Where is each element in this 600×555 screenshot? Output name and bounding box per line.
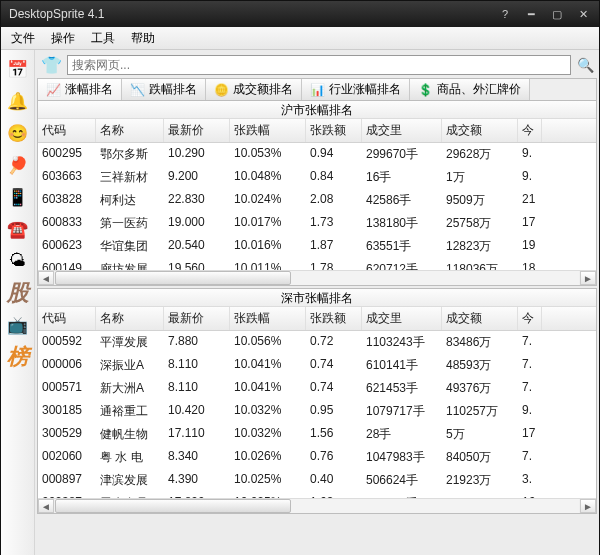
cell: 第一医药 — [96, 213, 164, 234]
hscroll-sz[interactable]: ◄ ► — [38, 498, 596, 513]
table-row[interactable]: 603663三祥新材9.20010.048%0.8416手1万9. — [38, 166, 596, 189]
panel-sz-title: 深市张幅排名 — [38, 289, 596, 307]
cell: 7. — [518, 355, 542, 376]
table-row[interactable]: 002060粤 水 电8.34010.026%0.761047983手84050… — [38, 446, 596, 469]
calendar-icon[interactable]: 📅 — [5, 56, 31, 82]
scroll-right-icon[interactable]: ► — [580, 499, 596, 513]
cell: 48593万 — [442, 355, 518, 376]
hscroll-sh[interactable]: ◄ ► — [38, 270, 596, 285]
col-last[interactable]: 今 — [518, 119, 542, 142]
tab-icon: 🪙 — [214, 83, 229, 97]
table-row[interactable]: 000592平潭发展7.88010.056%0.721103243手83486万… — [38, 331, 596, 354]
minimize-button[interactable]: ━ — [519, 6, 543, 22]
scroll-left-icon[interactable]: ◄ — [38, 271, 54, 285]
cell: 299670手 — [362, 144, 442, 165]
cell: 7. — [518, 378, 542, 399]
col-price[interactable]: 最新价 — [164, 119, 230, 142]
bell-icon[interactable]: 🔔 — [5, 88, 31, 114]
col-last[interactable]: 今 — [518, 307, 542, 330]
col-code[interactable]: 代码 — [38, 119, 96, 142]
cell: 10.017% — [230, 213, 306, 234]
rank-icon[interactable]: 榜 — [5, 344, 31, 370]
cell: 21 — [518, 190, 542, 211]
table-row[interactable]: 000006深振业A8.11010.041%0.74610141手48593万7… — [38, 354, 596, 377]
face-icon[interactable]: 😊 — [5, 120, 31, 146]
cell: 10.016% — [230, 236, 306, 257]
shirt-icon[interactable]: 👕 — [39, 54, 63, 76]
tab-2[interactable]: 🪙成交额排名 — [206, 79, 302, 100]
search-input[interactable] — [67, 55, 571, 75]
cell: 0.72 — [306, 332, 362, 353]
col-chgp[interactable]: 张跌幅 — [230, 307, 306, 330]
col-amt[interactable]: 成交额 — [442, 307, 518, 330]
pingpong-icon[interactable]: 🏓 — [5, 152, 31, 178]
grid-header: 代码 名称 最新价 张跌幅 张跌额 成交里 成交额 今 — [38, 119, 596, 143]
col-vol[interactable]: 成交里 — [362, 307, 442, 330]
cell: 603828 — [38, 190, 96, 211]
table-row[interactable]: 000897津滨发展4.39010.025%0.40506624手21923万3… — [38, 469, 596, 492]
col-name[interactable]: 名称 — [96, 307, 164, 330]
weather-icon[interactable]: 🌤 — [5, 248, 31, 274]
col-code[interactable]: 代码 — [38, 307, 96, 330]
search-icon[interactable]: 🔍 — [575, 55, 595, 75]
close-button[interactable]: ✕ — [571, 6, 595, 22]
col-chg[interactable]: 张跌额 — [306, 119, 362, 142]
table-row[interactable]: 600149廊坊发展19.56010.011%1.78620712手118036… — [38, 258, 596, 270]
panel-sz: 深市张幅排名 代码 名称 最新价 张跌幅 张跌额 成交里 成交额 今 00059… — [37, 288, 597, 514]
scroll-right-icon[interactable]: ► — [580, 271, 596, 285]
col-price[interactable]: 最新价 — [164, 307, 230, 330]
telephone-icon[interactable]: ☎️ — [5, 216, 31, 242]
cell: 610141手 — [362, 355, 442, 376]
maximize-button[interactable]: ▢ — [545, 6, 569, 22]
cell: 4.390 — [164, 470, 230, 491]
cell: 0.40 — [306, 470, 362, 491]
stock-icon[interactable]: 股 — [5, 280, 31, 306]
help-button[interactable]: ? — [493, 6, 517, 22]
scroll-thumb[interactable] — [55, 271, 291, 285]
cell: 7. — [518, 332, 542, 353]
tab-4[interactable]: 💲商品、外汇牌价 — [410, 79, 530, 100]
cell: 0.84 — [306, 167, 362, 188]
col-chgp[interactable]: 张跌幅 — [230, 119, 306, 142]
table-row[interactable]: 603828柯利达22.83010.024%2.0842586手9509万21 — [38, 189, 596, 212]
cell: 21923万 — [442, 470, 518, 491]
tab-3[interactable]: 📊行业涨幅排名 — [302, 79, 410, 100]
scroll-track[interactable] — [55, 271, 579, 285]
cell: 10.048% — [230, 167, 306, 188]
col-amt[interactable]: 成交额 — [442, 119, 518, 142]
scroll-track[interactable] — [55, 499, 579, 513]
menu-file[interactable]: 文件 — [5, 28, 41, 49]
table-row[interactable]: 600833第一医药19.00010.017%1.73138180手25758万… — [38, 212, 596, 235]
tab-0[interactable]: 📈涨幅排名 — [38, 79, 122, 100]
menu-help[interactable]: 帮助 — [125, 28, 161, 49]
sidebar: 📅 🔔 😊 🏓 📱 ☎️ 🌤 股 📺 榜 — [1, 50, 35, 555]
app-window: DesktopSprite 4.1 ? ━ ▢ ✕ 文件 操作 工具 帮助 📅 … — [0, 0, 600, 555]
cell: 平潭发展 — [96, 332, 164, 353]
tab-1[interactable]: 📉跌幅排名 — [122, 79, 206, 100]
table-row[interactable]: 300185通裕重工10.42010.032%0.951079717手11025… — [38, 400, 596, 423]
scroll-thumb[interactable] — [55, 499, 291, 513]
table-row[interactable]: 600623华谊集团20.54010.016%1.8763551手12823万1… — [38, 235, 596, 258]
tv-icon[interactable]: 📺 — [5, 312, 31, 338]
cell: 600623 — [38, 236, 96, 257]
cell: 300185 — [38, 401, 96, 422]
cell: 8.340 — [164, 447, 230, 468]
menu-tool[interactable]: 工具 — [85, 28, 121, 49]
table-row[interactable]: 000571新大洲A8.11010.041%0.74621453手49376万7… — [38, 377, 596, 400]
col-name[interactable]: 名称 — [96, 119, 164, 142]
cell: 0.74 — [306, 355, 362, 376]
menu-operation[interactable]: 操作 — [45, 28, 81, 49]
col-chg[interactable]: 张跌额 — [306, 307, 362, 330]
cell: 19.000 — [164, 213, 230, 234]
col-vol[interactable]: 成交里 — [362, 119, 442, 142]
cell: 10.025% — [230, 470, 306, 491]
cell: 10.032% — [230, 401, 306, 422]
table-row[interactable]: 600295鄂尔多斯10.29010.053%0.94299670手29628万… — [38, 143, 596, 166]
cell: 10.420 — [164, 401, 230, 422]
tab-label: 跌幅排名 — [149, 81, 197, 98]
tab-label: 涨幅排名 — [65, 81, 113, 98]
table-row[interactable]: 300529健帆生物17.11010.032%1.5628手5万17 — [38, 423, 596, 446]
scroll-left-icon[interactable]: ◄ — [38, 499, 54, 513]
cell: 廊坊发展 — [96, 259, 164, 270]
phone-icon[interactable]: 📱 — [5, 184, 31, 210]
